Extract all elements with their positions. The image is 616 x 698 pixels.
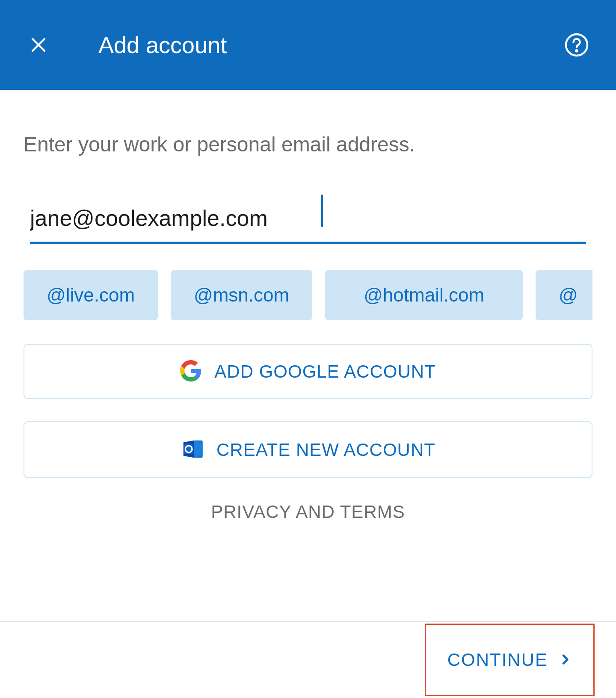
help-icon[interactable] xyxy=(563,31,590,59)
continue-button[interactable]: CONTINUE xyxy=(425,624,595,696)
page-title: Add account xyxy=(98,32,227,58)
content-area: Enter your work or personal email addres… xyxy=(0,90,616,522)
domain-suggestions-row: @live.com @msn.com @hotmail.com @ xyxy=(24,270,592,320)
svg-point-3 xyxy=(576,50,578,51)
close-icon[interactable] xyxy=(26,32,51,58)
domain-chip-msn[interactable]: @msn.com xyxy=(171,270,312,320)
prompt-text: Enter your work or personal email addres… xyxy=(24,133,592,156)
privacy-terms-link[interactable]: PRIVACY AND TERMS xyxy=(24,502,592,522)
text-cursor xyxy=(321,195,323,227)
continue-label: CONTINUE xyxy=(447,650,548,670)
create-new-account-button[interactable]: CREATE NEW ACCOUNT xyxy=(24,421,592,478)
app-header: Add account xyxy=(0,0,616,90)
google-icon xyxy=(180,360,201,383)
domain-chip-more[interactable]: @ xyxy=(536,270,592,320)
footer-bar: CONTINUE xyxy=(0,621,616,698)
email-field[interactable] xyxy=(30,199,586,244)
add-google-account-button[interactable]: ADD GOOGLE ACCOUNT xyxy=(24,344,592,399)
outlook-icon xyxy=(181,438,204,462)
add-google-label: ADD GOOGLE ACCOUNT xyxy=(214,361,435,382)
domain-chip-live[interactable]: @live.com xyxy=(24,270,158,320)
domain-chip-hotmail[interactable]: @hotmail.com xyxy=(325,270,523,320)
email-input-wrapper xyxy=(30,199,586,244)
create-account-label: CREATE NEW ACCOUNT xyxy=(216,440,435,460)
chevron-right-icon xyxy=(558,653,572,668)
